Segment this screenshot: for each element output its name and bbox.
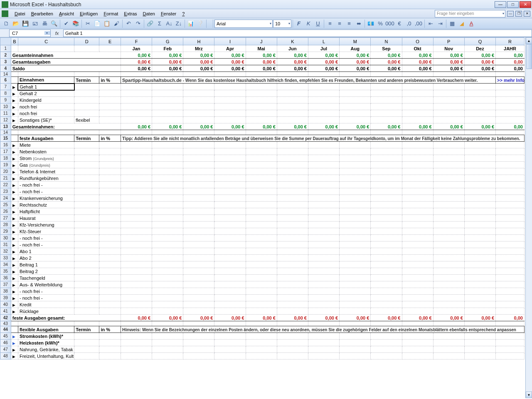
col-header-E[interactable]: E	[99, 38, 121, 45]
fx-icon[interactable]: fx	[51, 31, 63, 36]
row-header-45[interactable]: 45	[0, 333, 11, 340]
row-header-19[interactable]: 19	[0, 162, 11, 168]
menu-bearbeiten[interactable]: Bearbeiten	[28, 10, 56, 17]
row-header-46[interactable]: 46	[0, 340, 11, 346]
new-icon[interactable]: 🗋	[2, 19, 11, 28]
percent-icon[interactable]: %	[376, 19, 385, 28]
row-header-32[interactable]: 32	[0, 248, 11, 255]
row-header-30[interactable]: 30	[0, 235, 11, 241]
close-button[interactable]: ✕	[520, 1, 531, 8]
row-header-42[interactable]: 42	[0, 315, 11, 321]
row-header-34[interactable]: 34	[0, 261, 11, 268]
row-header-44[interactable]: 44	[0, 326, 11, 333]
autosum-icon[interactable]: Σ	[155, 19, 164, 28]
sort-desc-icon[interactable]: Z↓	[174, 19, 183, 28]
copy-icon[interactable]: 📄	[93, 19, 102, 28]
col-header-J[interactable]: J	[246, 38, 277, 45]
fontcolor-icon[interactable]: A	[467, 19, 476, 28]
scroll-thumb[interactable]	[526, 44, 532, 69]
maximize-button[interactable]: □	[507, 1, 519, 8]
row-header-3[interactable]: 3	[0, 59, 11, 65]
open-icon[interactable]: 📂	[11, 19, 20, 28]
row-header-37[interactable]: 37	[0, 281, 11, 288]
dec-decimal-icon[interactable]: ,00	[414, 19, 423, 28]
inc-decimal-icon[interactable]: ,0	[404, 19, 414, 28]
row-header-20[interactable]: 20	[0, 168, 11, 175]
fillcolor-icon[interactable]: ◢	[457, 19, 466, 28]
row-header-1[interactable]: 1	[0, 45, 11, 52]
col-header-H[interactable]: H	[183, 38, 214, 45]
print-icon[interactable]: 🖶	[40, 19, 49, 28]
row-header-7[interactable]: 7	[0, 84, 11, 90]
row-header-33[interactable]: 33	[0, 255, 11, 261]
italic-icon[interactable]: K	[304, 19, 313, 28]
bold-icon[interactable]: F	[294, 19, 303, 28]
col-header-R[interactable]: R	[496, 38, 525, 45]
menu-daten[interactable]: Daten	[140, 10, 158, 17]
col-header-M[interactable]: M	[340, 38, 371, 45]
research-icon[interactable]: 📚	[71, 19, 80, 28]
menu-datei[interactable]: Datei	[12, 10, 28, 17]
preview-icon[interactable]: 🔍	[49, 19, 59, 28]
sort-asc-icon[interactable]: A↓	[165, 19, 174, 28]
cut-icon[interactable]: ✂	[83, 19, 92, 28]
doc-restore-button[interactable]: ❐	[515, 11, 522, 17]
row-header-21[interactable]: 21	[0, 175, 11, 182]
menu-fenster[interactable]: Fenster	[158, 10, 179, 17]
col-header-I[interactable]: I	[214, 38, 246, 45]
row-header-41[interactable]: 41	[0, 308, 11, 315]
align-left-icon[interactable]: ≡	[325, 19, 335, 28]
row-header-23[interactable]: 23	[0, 188, 11, 195]
select-all-button[interactable]	[0, 38, 11, 45]
row-header-17[interactable]: 17	[0, 148, 11, 155]
row-header-28[interactable]: 28	[0, 222, 11, 228]
col-header-F[interactable]: F	[121, 38, 152, 45]
row-header-9[interactable]: 9	[0, 97, 11, 103]
row-header-4[interactable]: 4	[0, 65, 11, 72]
save-icon[interactable]: 💾	[21, 19, 30, 28]
scroll-up-button[interactable]: ▲	[526, 37, 532, 44]
row-header-11[interactable]: 11	[0, 110, 11, 117]
row-header-36[interactable]: 36	[0, 275, 11, 281]
row-header-12[interactable]: 12	[0, 117, 11, 123]
thousands-icon[interactable]: 000	[385, 19, 394, 28]
row-header-40[interactable]: 40	[0, 301, 11, 308]
chart-icon[interactable]: 📊	[186, 19, 195, 28]
permission-icon[interactable]: 🖃	[30, 19, 39, 28]
row-header-29[interactable]: 29	[0, 228, 11, 235]
row-header-25[interactable]: 25	[0, 202, 11, 208]
underline-icon[interactable]: U	[313, 19, 323, 28]
row-header-31[interactable]: 31	[0, 241, 11, 248]
row-header-2[interactable]: 2	[0, 52, 11, 59]
menu-format[interactable]: Format	[101, 10, 121, 17]
row-header-39[interactable]: 39	[0, 295, 11, 301]
row-header-6[interactable]: 6	[0, 77, 11, 84]
row-header-22[interactable]: 22	[0, 182, 11, 188]
row-header-48[interactable]: 48	[0, 353, 11, 360]
redo-icon[interactable]: ↷	[133, 19, 143, 28]
formula-input[interactable]: Gehalt 1	[63, 30, 532, 37]
spell-icon[interactable]: ✔	[62, 19, 71, 28]
hyperlink-icon[interactable]: 🔗	[145, 19, 155, 28]
currency-icon[interactable]: 💶	[366, 19, 375, 28]
font-select[interactable]: Arial▾	[214, 20, 273, 28]
spreadsheet-grid[interactable]: BCDEFGHIJKLMNOPQR 1JanFebMrzAprMaiJunJul…	[0, 37, 532, 398]
col-header-G[interactable]: G	[152, 38, 183, 45]
vertical-scrollbar[interactable]: ▲ ▼	[525, 37, 532, 398]
col-header-P[interactable]: P	[433, 38, 464, 45]
paste-icon[interactable]: 📋	[102, 19, 111, 28]
col-header-B[interactable]: B	[11, 38, 18, 45]
menu-extras[interactable]: Extras	[121, 10, 140, 17]
row-header-16[interactable]: 16	[0, 142, 11, 148]
col-header-L[interactable]: L	[308, 38, 339, 45]
col-header-N[interactable]: N	[371, 38, 402, 45]
fontsize-select[interactable]: 10▾	[273, 20, 291, 28]
row-header-13[interactable]: 13	[0, 123, 11, 130]
format-painter-icon[interactable]: 🖌	[112, 19, 121, 28]
col-header-D[interactable]: D	[74, 38, 99, 45]
menu-einfügen[interactable]: Einfügen	[77, 10, 101, 17]
col-header-O[interactable]: O	[402, 38, 433, 45]
menu-ansicht[interactable]: Ansicht	[56, 10, 77, 17]
row-header-18[interactable]: 18	[0, 155, 11, 162]
row-header-26[interactable]: 26	[0, 208, 11, 215]
